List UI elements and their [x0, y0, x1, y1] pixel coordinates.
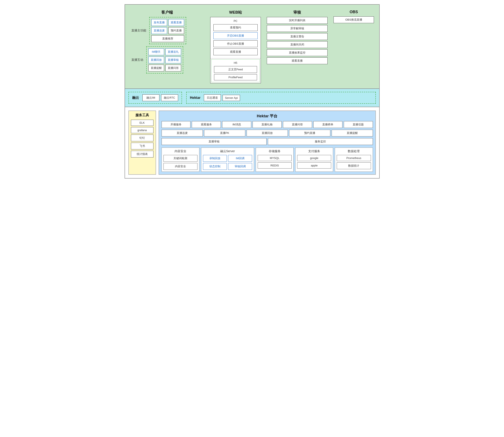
- hektar-middle-group: Hektar 日志通道 Server Api: [186, 92, 376, 104]
- p-cell-bangdan: 直播榜单: [313, 121, 342, 128]
- label-main: 直播主功能: [130, 28, 148, 33]
- client-interact-row: 直播互动 IM聊天 直播送礼 直播回放 直播审核 直播提醒 直播问答: [130, 46, 204, 74]
- hektar-cell-server-api: Server Api: [223, 95, 240, 101]
- p-cell-guankan: 观看服务: [192, 121, 221, 128]
- rongcloud-cell-rtc: 融云RTC: [161, 94, 178, 101]
- p-cell-jiankong: 服务监控: [268, 138, 373, 145]
- pc-subsection: PC 查看预约 开启OBS直播 停止OBS直播 观看直播: [210, 17, 261, 57]
- h5-title: H5: [212, 60, 259, 65]
- main-dashed-box: 发布直播 观看直播 直播连麦 预约直播 直播推荐: [149, 17, 186, 44]
- rongcloud-server-cells: 录制回放 IM回调 状态控制 审核回调: [203, 155, 252, 170]
- rongcloud-server-title: 融云Server: [203, 149, 252, 153]
- cell-review-callback: 审核回调: [228, 163, 252, 170]
- h5-cell-profilefeed: ProfileFeed: [214, 74, 257, 80]
- audit-cells: 实时开播列表 异常帧审核 直播主警告 直播间关闭 直播效果监控 观看直播: [267, 17, 327, 64]
- cell-zhibo-songli: 直播送礼: [165, 49, 181, 55]
- client-title: 客户端: [130, 10, 204, 15]
- cell-zhibo-tijing: 直播提醒: [148, 65, 164, 71]
- platform-services: 内容安全 关键词检测 内容安全 融云Server 录制回放 IM回调: [162, 148, 373, 172]
- cell-guankanzhibO: 观看直播: [168, 19, 184, 26]
- h5-subsection: H5 正文页Feed ProfileFeed: [211, 59, 260, 82]
- pc-cell-watch: 观看直播: [213, 49, 258, 55]
- payment-group: 支付服务 google apple: [295, 148, 333, 172]
- bottom-section: 服务工具 ELK grafana 钉钉 飞书 统计报表 Hektar 平台 开播…: [125, 107, 379, 178]
- cell-zhibo-huifang: 直播回放: [148, 57, 164, 63]
- storage-group: 存储服务 MYSQL REDIS: [256, 148, 294, 172]
- cell-zhibo-lianmai: 直播连麦: [151, 27, 167, 34]
- pc-cell-open-obs: 开启OBS直播: [213, 32, 258, 39]
- pc-cell-chakan: 查看预约: [213, 24, 258, 31]
- cell-content-safety: 内容安全: [163, 163, 198, 170]
- rongcloud-title: 融云: [132, 96, 139, 100]
- cell-prometheus: Prometheus: [337, 155, 371, 161]
- content-safety-cells: 关键词检测 内容安全: [163, 155, 198, 170]
- pc-cell-stop-obs: 停止OBS直播: [213, 40, 258, 47]
- platform-row1: 开播服务 观看服务 IM消息 直播礼物 直播问答 直播榜单 直播话题: [162, 121, 373, 128]
- cell-record-playback: 录制回放: [203, 155, 227, 162]
- web-section: WEB站 PC 查看预约 开启OBS直播 停止OBS直播 观看直播 H5 正文页…: [208, 8, 263, 85]
- cell-im-chat: IM聊天: [148, 49, 164, 55]
- tool-stats: 统计报表: [131, 151, 153, 158]
- cell-zhibo-wenda: 直播问答: [165, 65, 181, 71]
- rongcloud-group: 融云 融云IM 融云RTC: [128, 92, 182, 104]
- rongcloud-server-group: 融云Server 录制回放 IM回调 状态控制 审核回调: [201, 148, 254, 172]
- cell-state-control: 状态控制: [203, 163, 227, 170]
- data-processing-title: 数据处理: [337, 149, 371, 153]
- p-cell-yuyue: 预约直播: [289, 130, 330, 137]
- audit-cell-2: 直播主警告: [267, 33, 327, 40]
- storage-title: 存储服务: [258, 149, 292, 153]
- payment-cells: google apple: [297, 155, 331, 169]
- label-interact: 直播互动: [130, 57, 145, 63]
- rongcloud-row1: 录制回放 IM回调: [203, 155, 252, 162]
- p-cell-pk: 直播PK: [204, 130, 245, 137]
- tools-cells: ELK grafana 钉钉 飞书 统计报表: [131, 120, 153, 158]
- p-cell-wenda: 直播问答: [283, 121, 312, 128]
- cell-google: google: [297, 155, 331, 161]
- cell-data-stats: 数据统计: [337, 162, 371, 169]
- platform-row3: 直播审核 服务监控: [162, 138, 373, 145]
- web-divider: [210, 58, 261, 59]
- obs-cell: OBS推流直播: [334, 16, 374, 23]
- p-cell-liwu: 直播礼物: [253, 121, 282, 128]
- content-safety-group: 内容安全 关键词检测 内容安全: [162, 148, 199, 172]
- p-cell-kaibo: 开播服务: [162, 121, 191, 128]
- p-cell-huati: 直播话题: [344, 121, 373, 128]
- h5-cell-feed: 正文页Feed: [214, 66, 257, 73]
- p-cell-tijing: 直播提醒: [332, 130, 373, 137]
- cell-im-callback: IM回调: [228, 155, 252, 162]
- audit-cell-3: 直播间关闭: [267, 41, 327, 48]
- cell-fabuzhibO: 发布直播: [151, 19, 167, 26]
- hektar-cell-log: 日志通道: [204, 94, 221, 101]
- web-inner-box: PC 查看预约 开启OBS直播 停止OBS直播 观看直播 H5 正文页Feed …: [210, 17, 261, 83]
- web-title: WEB站: [210, 10, 261, 15]
- p-cell-lianmai: 直播连麦: [162, 130, 203, 137]
- rongcloud-row2: 状态控制 审核回调: [203, 163, 252, 170]
- storage-cells: MYSQL REDIS: [258, 155, 292, 169]
- data-processing-cells: Prometheus 数据统计: [337, 155, 371, 169]
- obs-title: OBS: [334, 10, 374, 14]
- client-section: 客户端 直播主功能 发布直播 观看直播 直播连麦 预约直播 直播推荐 直播互动: [128, 8, 206, 85]
- service-tools: 服务工具 ELK grafana 钉钉 飞书 统计报表: [128, 110, 156, 175]
- p-cell-huifang: 直播回放: [247, 130, 288, 137]
- pc-cells: 查看预约 开启OBS直播 停止OBS直播 观看直播: [212, 23, 259, 56]
- audit-section: 审核 实时开播列表 异常帧审核 直播主警告 直播间关闭 直播效果监控 观看直播: [265, 8, 329, 85]
- tool-grafana: grafana: [131, 127, 153, 133]
- audit-title: 审核: [267, 10, 327, 15]
- main-cell-grid: 发布直播 观看直播 直播连麦 预约直播 直播推荐: [151, 19, 184, 42]
- p-cell-shenhe: 直播审核: [162, 138, 267, 145]
- tool-elk: ELK: [131, 120, 153, 126]
- main-container: 客户端 直播主功能 发布直播 观看直播 直播连麦 预约直播 直播推荐 直播互动: [125, 4, 380, 179]
- h5-cells: 正文页Feed ProfileFeed: [212, 65, 259, 81]
- tools-title: 服务工具: [131, 113, 153, 118]
- payment-title: 支付服务: [297, 149, 331, 153]
- cell-mysql: MYSQL: [258, 155, 292, 161]
- audit-cell-1: 异常帧审核: [267, 25, 327, 32]
- cell-yuyue-zhibo: 预约直播: [168, 27, 184, 34]
- obs-section: OBS OBS推流直播: [332, 8, 376, 85]
- tool-feishu: 飞书: [131, 143, 153, 149]
- audit-cell-0: 实时开播列表: [267, 17, 327, 24]
- client-main-row: 直播主功能 发布直播 观看直播 直播连麦 预约直播 直播推荐: [130, 17, 204, 44]
- cell-zhibo-tuijian: 直播推荐: [151, 35, 184, 42]
- cell-keyword: 关键词检测: [163, 155, 198, 162]
- top-section: 客户端 直播主功能 发布直播 观看直播 直播连麦 预约直播 直播推荐 直播互动: [125, 5, 379, 89]
